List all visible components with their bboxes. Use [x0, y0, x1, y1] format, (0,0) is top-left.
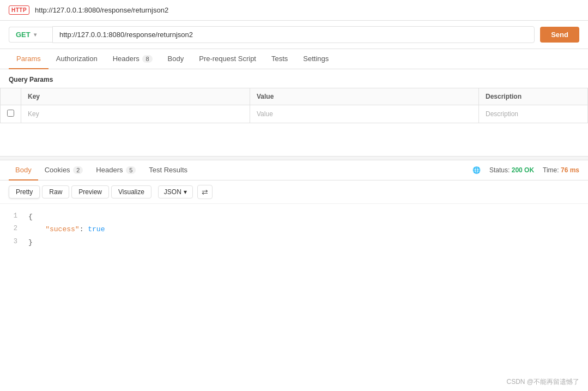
http-badge: HTTP — [9, 5, 29, 15]
response-tab-body[interactable]: Body — [9, 160, 38, 181]
tab-settings[interactable]: Settings — [295, 49, 336, 69]
response-tab-headers[interactable]: Headers 5 — [89, 160, 142, 181]
line-num-2: 2 — [9, 223, 17, 236]
code-area: 1 { 2 "sucess": true 3 } — [0, 204, 588, 258]
method-label: GET — [16, 31, 31, 39]
send-button[interactable]: Send — [540, 27, 579, 43]
top-url: http://127.0.0.1:8080/response/returnjso… — [35, 6, 168, 14]
line-num-1: 1 — [9, 210, 17, 223]
format-toolbar: Pretty Raw Preview Visualize JSON ▾ ⇄ — [0, 181, 588, 204]
request-tabs: Params Authorization Headers 8 Body Pre-… — [0, 49, 588, 69]
method-select[interactable]: GET ▾ — [9, 27, 52, 43]
top-bar: HTTP http://127.0.0.1:8080/response/retu… — [0, 0, 588, 21]
col-description: Description — [479, 88, 588, 105]
globe-icon: 🌐 — [472, 166, 481, 174]
code-content-2: "sucess": true — [28, 223, 105, 236]
format-chevron-icon: ▾ — [184, 188, 187, 196]
time-value: 76 ms — [561, 166, 579, 174]
table-row: Key Value Description — [1, 105, 588, 123]
section-divider — [0, 156, 588, 160]
chevron-down-icon: ▾ — [34, 32, 37, 38]
row-key[interactable]: Key — [21, 105, 250, 123]
response-tabs: Body Cookies 2 Headers 5 Test Results 🌐 … — [0, 160, 588, 181]
row-checkbox[interactable] — [1, 105, 21, 123]
format-btn-visualize[interactable]: Visualize — [111, 185, 151, 198]
code-content-1: { — [28, 210, 33, 223]
format-dropdown-label: JSON — [164, 188, 181, 196]
status-label: Status: 200 OK — [489, 166, 534, 174]
row-check-input[interactable] — [7, 110, 14, 117]
format-btn-raw[interactable]: Raw — [42, 185, 69, 198]
url-input[interactable] — [52, 26, 535, 43]
code-line-3: 3 } — [9, 236, 579, 249]
col-key: Key — [21, 88, 250, 105]
format-btn-pretty[interactable]: Pretty — [9, 185, 40, 198]
response-tab-cookies[interactable]: Cookies 2 — [38, 160, 90, 181]
format-btn-preview[interactable]: Preview — [71, 185, 109, 198]
code-content-3: } — [28, 236, 33, 249]
line-num-3: 3 — [9, 236, 17, 249]
code-line-2: 2 "sucess": true — [9, 223, 579, 236]
col-checkbox — [1, 88, 21, 105]
format-dropdown[interactable]: JSON ▾ — [158, 185, 193, 198]
response-status: 🌐 Status: 200 OK Time: 76 ms — [472, 166, 579, 174]
tab-body[interactable]: Body — [160, 49, 192, 69]
col-value: Value — [250, 88, 479, 105]
cookies-badge: 2 — [73, 166, 83, 174]
params-table: Key Value Description Key Value Descript… — [0, 88, 588, 123]
time-label: Time: 76 ms — [543, 166, 579, 174]
tab-authorization[interactable]: Authorization — [49, 49, 105, 69]
headers-badge: 8 — [142, 55, 152, 63]
row-description[interactable]: Description — [479, 105, 588, 123]
wrap-icon[interactable]: ⇄ — [197, 185, 213, 199]
tab-params[interactable]: Params — [9, 49, 49, 69]
tab-tests[interactable]: Tests — [264, 49, 295, 69]
tab-headers[interactable]: Headers 8 — [105, 49, 160, 69]
code-line-1: 1 { — [9, 210, 579, 223]
tab-pre-request[interactable]: Pre-request Script — [191, 49, 264, 69]
row-value[interactable]: Value — [250, 105, 479, 123]
status-value: 200 OK — [512, 166, 534, 174]
response-tab-test-results[interactable]: Test Results — [142, 160, 194, 181]
query-params-title: Query Params — [0, 69, 588, 88]
resp-headers-badge: 5 — [126, 166, 136, 174]
request-bar: GET ▾ Send — [0, 21, 588, 49]
